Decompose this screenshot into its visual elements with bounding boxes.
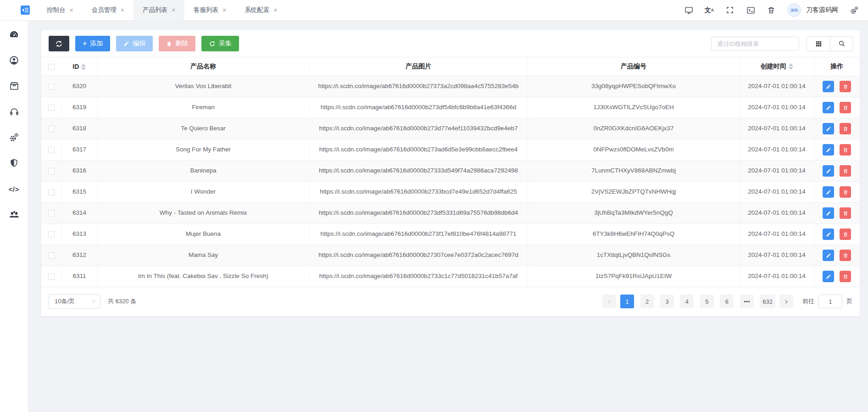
search-button[interactable]	[830, 37, 853, 51]
row-edit-button[interactable]	[823, 250, 834, 261]
column-header[interactable]: 操作	[814, 57, 860, 76]
monitor-icon[interactable]	[684, 6, 693, 15]
row-edit-button[interactable]	[823, 207, 834, 219]
pencil-icon	[826, 84, 831, 89]
row-delete-button[interactable]	[840, 271, 851, 282]
prev-page-button[interactable]: ‹	[602, 295, 616, 308]
tab-item[interactable]: 会员管理 ×	[83, 0, 134, 20]
page-button[interactable]: 5	[700, 295, 714, 308]
sidebar-item-settings[interactable]	[0, 125, 28, 151]
tab-item[interactable]: 系统配置 ×	[235, 0, 286, 20]
page-button[interactable]: 632	[760, 295, 775, 308]
row-edit-button[interactable]	[823, 165, 834, 177]
add-button[interactable]: + 添加	[75, 36, 110, 51]
next-page-button[interactable]: ›	[779, 295, 793, 308]
row-checkbox[interactable]	[48, 147, 55, 153]
tab-label: 会员管理	[92, 6, 117, 14]
page-button[interactable]: 2	[640, 295, 654, 308]
page-button[interactable]: 3	[660, 295, 674, 308]
fullscreen-icon[interactable]	[725, 6, 734, 15]
page-button[interactable]: 4	[680, 295, 694, 308]
sidebar-item-products[interactable]	[0, 74, 28, 100]
collapse-menu-icon[interactable]	[20, 5, 30, 15]
cell-created-time: 2024-07-01 01:00:14	[740, 97, 814, 118]
search-input[interactable]	[711, 37, 799, 51]
page-button[interactable]: •••	[740, 295, 754, 308]
cell-product-name: Why - Tasted on Animals Remix	[97, 203, 309, 224]
sidebar-item-dashboard[interactable]	[0, 22, 28, 48]
row-delete-button[interactable]	[840, 144, 851, 156]
column-header[interactable]: 产品编号	[528, 57, 740, 76]
row-checkbox[interactable]	[48, 273, 55, 280]
grid-view-button[interactable]	[807, 37, 830, 51]
cell-actions	[814, 118, 860, 139]
column-header[interactable]: 创建时间	[740, 57, 814, 76]
row-checkbox[interactable]	[48, 252, 55, 259]
row-checkbox[interactable]	[48, 231, 55, 238]
row-select-cell	[41, 76, 61, 97]
column-header[interactable]: 产品图片	[309, 57, 528, 76]
sort-caret[interactable]	[81, 64, 86, 70]
row-checkbox[interactable]	[48, 210, 55, 217]
row-select-cell	[41, 118, 61, 139]
translate-icon[interactable]: 文A	[705, 6, 714, 15]
sidebar-item-members[interactable]	[0, 48, 28, 74]
row-delete-button[interactable]	[840, 102, 851, 113]
tab-item[interactable]: 客服列表 ×	[184, 0, 235, 20]
row-checkbox[interactable]	[48, 84, 55, 90]
column-header[interactable]: ID	[61, 57, 97, 76]
row-checkbox[interactable]	[48, 168, 55, 174]
row-edit-button[interactable]	[823, 271, 834, 282]
row-delete-button[interactable]	[840, 207, 851, 219]
row-edit-button[interactable]	[823, 186, 834, 198]
sidebar-item-code[interactable]: </>	[0, 177, 28, 202]
row-delete-button[interactable]	[840, 250, 851, 261]
tab-close-icon[interactable]: ×	[223, 7, 226, 13]
row-delete-button[interactable]	[840, 228, 851, 240]
sidebar-item-support[interactable]	[0, 100, 28, 125]
row-edit-button[interactable]	[823, 102, 834, 113]
edit-button[interactable]: 编辑	[116, 36, 153, 51]
table-row: 6313 Mujer Buena https://i.scdn.co/image…	[41, 224, 860, 245]
settings-gears-icon[interactable]	[850, 6, 859, 15]
sidebar-item-security[interactable]	[0, 151, 28, 177]
collect-button[interactable]: 采集	[201, 36, 239, 51]
trash-icon[interactable]	[767, 6, 776, 15]
tab-close-icon[interactable]: ×	[70, 7, 73, 13]
row-edit-button[interactable]	[823, 81, 834, 92]
sort-caret[interactable]	[789, 63, 793, 70]
row-edit-button[interactable]	[823, 144, 834, 156]
row-select-cell	[41, 97, 61, 118]
page-button[interactable]: 1	[620, 295, 634, 308]
page-size-select[interactable]: 10条/页 ▽	[49, 294, 100, 309]
cell-product-image-url: https://i.scdn.co/image/ab67616d0000b273…	[309, 161, 528, 182]
refresh-button[interactable]	[49, 36, 69, 51]
table-row: 6317 Song For My Father https://i.scdn.c…	[41, 139, 860, 161]
row-checkbox[interactable]	[48, 105, 55, 111]
row-delete-button[interactable]	[840, 81, 851, 92]
row-delete-button[interactable]	[840, 123, 851, 134]
column-header[interactable]: 产品名称	[97, 57, 309, 76]
row-checkbox[interactable]	[48, 189, 55, 195]
user-name[interactable]: 刀客源码网	[806, 6, 838, 14]
select-all-checkbox[interactable]	[48, 64, 55, 70]
tab-close-icon[interactable]: ×	[273, 7, 277, 13]
terminal-icon[interactable]	[746, 6, 755, 15]
row-checkbox[interactable]	[48, 126, 55, 132]
row-delete-button[interactable]	[840, 186, 851, 198]
cell-product-code: 1J3tXsWGTILZVcSUgo7oEH	[528, 97, 740, 118]
goto-page-input[interactable]	[818, 295, 842, 308]
page-button[interactable]: 6	[720, 295, 734, 308]
tab-close-icon[interactable]: ×	[172, 7, 175, 13]
row-delete-button[interactable]	[840, 165, 851, 177]
tab-item[interactable]: 产品列表 ×	[134, 0, 184, 20]
row-edit-button[interactable]	[823, 123, 834, 134]
tab-item[interactable]: 控制台 ×	[38, 0, 83, 20]
tab-label: 客服列表	[194, 6, 218, 14]
delete-button[interactable]: 删除	[159, 36, 195, 51]
row-edit-button[interactable]	[823, 228, 834, 240]
avatar[interactable]: 源码	[787, 3, 801, 17]
sidebar-item-users-group[interactable]	[0, 202, 28, 228]
tab-close-icon[interactable]: ×	[121, 7, 124, 13]
plus-icon: +	[83, 40, 87, 47]
